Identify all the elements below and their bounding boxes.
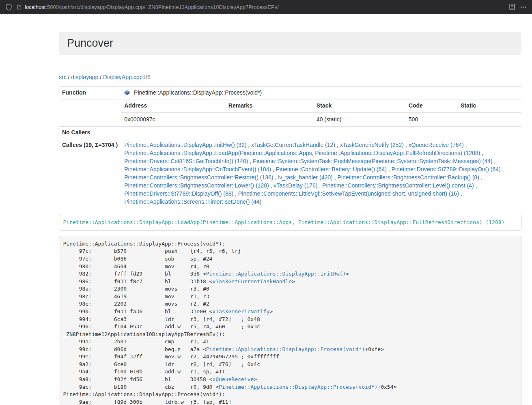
breadcrumb-separator: / [67, 74, 71, 80]
callee-link[interactable]: xQueueReceive (764) [409, 142, 464, 148]
detail-value-static [457, 113, 521, 126]
breadcrumb-link[interactable]: src [59, 74, 67, 80]
callee-link[interactable]: Pinetime::System::SystemTask::PushMessag… [253, 158, 493, 164]
callee-separator: , [492, 158, 495, 164]
breadcrumb-link[interactable]: displayapp [71, 74, 98, 80]
detail-value-address: 0x0000097c [121, 113, 225, 126]
disassembly: Pinetime::Applications::DisplayApp::Proc… [59, 236, 521, 405]
url-text: localhost:5000/path/src/displayapp/Displ… [25, 4, 279, 10]
detail-col-remarks: Remarks [225, 99, 313, 113]
callee-separator: , [269, 182, 274, 189]
detail-col-static: Static [457, 99, 521, 113]
callee-link[interactable]: Pinetime::Controllers::BrightnessControl… [124, 182, 269, 189]
function-cell: Pinetime::Applications::DisplayApp::Proc… [121, 87, 521, 99]
callee-link[interactable]: Pinetime::Applications::Screens::Timer::… [124, 198, 261, 205]
function-icon [124, 90, 130, 95]
detail-cell: AddressRemarksStackCodeStatic 0x0000097c… [121, 99, 521, 126]
breadcrumb-separator: / [98, 74, 103, 80]
callee-separator: , [501, 166, 504, 172]
symbol-link[interactable]: xQueueReceive [212, 376, 254, 382]
callee-separator: , [317, 182, 322, 189]
callee-link[interactable]: Pinetime::Applications::DisplayApp::OnTo… [124, 166, 271, 172]
detail-row-label [59, 99, 121, 126]
callee-separator: , [387, 166, 392, 172]
callee-link[interactable]: Pinetime::Applications::DisplayApp::Init… [124, 142, 246, 148]
detail-value-row: 0x0000097c40 (static)500 [121, 113, 521, 126]
callees-row: Callees (19, Σ=3704 ) Pinetime::Applicat… [59, 139, 521, 208]
callee-separator: , [271, 166, 276, 172]
callee-link[interactable]: xTaskGetCurrentTaskHandle (12) [251, 142, 335, 148]
callee-link[interactable]: Pinetime::Components::LittleVgl::SetNewT… [238, 190, 459, 197]
breadcrumb-line-number: :86 [142, 74, 150, 80]
breadcrumb-link[interactable]: DisplayApp.cpp [103, 74, 142, 80]
browser-topbar: localhost:5000/path/src/displayapp/Displ… [0, 0, 532, 14]
callee-separator: , [459, 190, 462, 197]
no-callers-label: No Callers [59, 126, 121, 139]
breadcrumb: src / displayapp / DisplayApp.cpp:86 [59, 73, 521, 81]
callee-link[interactable]: Pinetime::Controllers::BrightnessControl… [322, 182, 474, 189]
callee-link[interactable]: lv_task_handler (420) [278, 174, 333, 181]
callee-link[interactable]: vTaskDelay (176) [274, 182, 317, 189]
callee-separator: , [335, 142, 340, 148]
content: Puncover src / displayapp / DisplayApp.c… [59, 32, 521, 405]
callee-link[interactable]: Pinetime::Drivers::St7789::DisplayOff() … [124, 190, 233, 197]
url-bar[interactable]: localhost:5000/path/src/displayapp/Displ… [17, 4, 504, 10]
callees-label: Callees (19, Σ=3704 ) [59, 139, 121, 208]
callee-separator: , [480, 150, 483, 156]
detail-col-stack: Stack [313, 99, 405, 113]
callee-separator: , [246, 142, 251, 148]
no-callers-row: No Callers [59, 126, 521, 139]
function-row: Function Pinetime::Applications::Display… [59, 87, 521, 99]
detail-row: AddressRemarksStackCodeStatic 0x0000097c… [59, 99, 521, 126]
page-title: Puncover [67, 37, 513, 50]
url-path: :5000/path/src/displayapp/DisplayApp.cpp… [45, 4, 279, 10]
detail-value-stack: 40 (static) [313, 113, 405, 126]
symbol-link[interactable]: xTaskGetCurrentTaskHandle [212, 278, 292, 284]
disassembly-code: Pinetime::Applications::DisplayApp::Proc… [63, 241, 397, 405]
callee-separator: , [474, 182, 477, 189]
function-row-label: Function [59, 87, 121, 99]
symbol-link[interactable]: Pinetime::Applications::DisplayApp::Proc… [219, 384, 377, 390]
callee-separator: , [273, 174, 278, 181]
detail-header-row: AddressRemarksStackCodeStatic [121, 99, 521, 113]
detail-col-code: Code [405, 99, 457, 113]
callee-link[interactable]: Pinetime::Drivers::Cst816S::GetTouchInfo… [124, 158, 248, 164]
callee-separator: , [479, 174, 482, 181]
callee-link[interactable]: xTaskGenericNotify (252) [340, 142, 404, 148]
page-icon [17, 4, 22, 10]
shield-icon[interactable] [6, 4, 12, 11]
callees-list: Pinetime::Applications::DisplayApp::Init… [121, 139, 521, 208]
callee-separator: , [248, 158, 253, 164]
detail-value-remarks [225, 113, 313, 126]
no-callers-cell [121, 126, 521, 139]
function-name: Pinetime::Applications::DisplayApp::Proc… [134, 89, 262, 96]
reader-icon[interactable] [509, 4, 515, 10]
callee-link[interactable]: Pinetime::Controllers::Battery::Update()… [276, 166, 387, 172]
divider [59, 67, 521, 67]
detail-col-address: Address [121, 99, 225, 113]
callee-separator: , [464, 142, 467, 148]
symbol-link[interactable]: xTaskGenericNotify [212, 308, 269, 315]
url-host: localhost [25, 4, 45, 10]
callee-separator: , [404, 142, 409, 148]
detail-value-code: 500 [405, 113, 457, 126]
symbol-link[interactable]: Pinetime::Applications::DisplayApp::Proc… [206, 346, 365, 352]
callee-separator: , [333, 174, 338, 181]
page-header: Puncover [59, 32, 521, 55]
highlighted-symbol: Pinetime::Applications::DisplayApp::Load… [59, 215, 521, 231]
callee-link[interactable]: Pinetime::Applications::DisplayApp::Load… [124, 150, 480, 156]
callee-link[interactable]: Pinetime::Controllers::BrightnessControl… [337, 174, 479, 181]
function-table: Function Pinetime::Applications::Display… [59, 86, 521, 208]
callee-link[interactable]: Pinetime::Controllers::BrightnessControl… [124, 174, 273, 181]
callee-separator: , [233, 190, 238, 197]
function-detail-table: AddressRemarksStackCodeStatic 0x0000097c… [121, 99, 521, 126]
symbol-link[interactable]: Pinetime::Applications::DisplayApp::Init… [206, 271, 346, 277]
callee-link[interactable]: Pinetime::Drivers::St7789::DisplayOn() (… [392, 166, 501, 172]
overflow-menu-icon[interactable] [520, 4, 526, 10]
